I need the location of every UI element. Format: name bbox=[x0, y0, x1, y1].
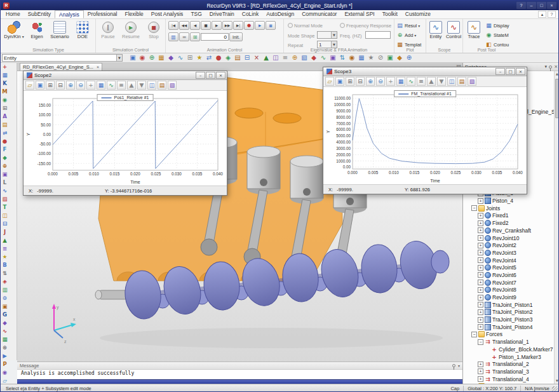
tree-expander[interactable]: + bbox=[478, 376, 483, 382]
left-tool-icon[interactable]: J bbox=[1, 228, 9, 236]
tree-expander[interactable]: + bbox=[478, 257, 483, 263]
scope-tool-icon[interactable]: ▱ bbox=[325, 77, 334, 86]
tree-item-translational-3[interactable]: +⇉Translational_3 bbox=[463, 368, 554, 375]
tree-expander[interactable]: − bbox=[478, 339, 483, 345]
tree-expander[interactable]: + bbox=[478, 198, 483, 204]
animation-tool-icon[interactable]: ≡ bbox=[179, 32, 189, 41]
resize-grip[interactable] bbox=[552, 386, 558, 392]
minimize-button[interactable]: – bbox=[196, 72, 205, 79]
toolbar-icon[interactable]: ∿ bbox=[177, 54, 184, 62]
help-icon[interactable]: ? bbox=[516, 2, 526, 9]
tree-scrollbar[interactable]: ▲ ▼ bbox=[554, 71, 559, 384]
tree-item-revjoint9[interactable]: +RevJoint9 bbox=[463, 294, 554, 301]
scope-titlebar[interactable]: Scope3–□× bbox=[323, 67, 527, 76]
tree-expander[interactable]: + bbox=[478, 368, 483, 374]
statemachine-button[interactable]: ◉StateM bbox=[485, 30, 509, 39]
tree-expander[interactable]: + bbox=[478, 302, 483, 308]
toolbar-icon[interactable]: ◉ bbox=[138, 54, 146, 62]
scope-tool-icon[interactable]: ∿ bbox=[107, 81, 116, 90]
tree-expander[interactable]: + bbox=[478, 213, 483, 219]
left-tool-icon[interactable]: A bbox=[1, 112, 9, 121]
scope-tool-icon[interactable]: ⊟ bbox=[56, 81, 65, 90]
toolbar-icon[interactable]: ▦ bbox=[158, 54, 165, 62]
toolbar-icon[interactable]: ◈ bbox=[224, 54, 232, 62]
titlebar[interactable]: R RecurDyn V9R3 - [RD_RFlexGen_4Cyl_Engi… bbox=[1, 1, 558, 10]
scope-tool-icon[interactable]: ▣ bbox=[335, 77, 344, 86]
scope-tool-icon[interactable]: ▦ bbox=[97, 81, 105, 90]
scope-tool-icon[interactable]: + bbox=[86, 81, 95, 90]
frequency-response-radio[interactable]: Frequency Response bbox=[340, 21, 391, 30]
tree-item-translational-1[interactable]: −⇉Translational_1 bbox=[463, 338, 554, 346]
menu-tab-tsg[interactable]: TSG bbox=[187, 10, 205, 18]
eigen-button[interactable]: Eigen bbox=[25, 20, 48, 47]
scope-tool-icon[interactable]: ▤ bbox=[158, 81, 166, 90]
left-tool-icon[interactable]: ▣ bbox=[1, 302, 9, 311]
tree-item-revjoint6[interactable]: +RevJoint6 bbox=[463, 271, 554, 279]
toolbar-icon[interactable]: ◉ bbox=[348, 54, 356, 62]
close-button[interactable]: × bbox=[216, 72, 226, 79]
normal-mode-radio[interactable]: Normal Mode bbox=[288, 21, 323, 30]
scenario-button[interactable]: Scenario bbox=[48, 20, 71, 47]
tree-item-revjoint8[interactable]: +RevJoint8 bbox=[463, 287, 554, 294]
scope-tool-icon[interactable]: ⊕ bbox=[66, 81, 75, 90]
scope-tool-icon[interactable]: ⊖ bbox=[76, 81, 85, 90]
left-tool-icon[interactable]: ◉ bbox=[1, 96, 9, 104]
left-tool-icon[interactable]: B bbox=[1, 261, 9, 269]
menu-tab-drivetrain[interactable]: DriveTrain bbox=[206, 10, 238, 18]
scope-tool-icon[interactable]: ▤ bbox=[457, 77, 466, 86]
tree-item-revjoint4[interactable]: +RevJoint4 bbox=[463, 257, 554, 264]
tree-expander[interactable]: + bbox=[478, 243, 483, 248]
tree-item-revjoint10[interactable]: +RevJoint10 bbox=[463, 234, 554, 242]
help-icon[interactable]: ? bbox=[548, 11, 556, 18]
minimize-ribbon-icon[interactable]: ▴ bbox=[538, 11, 546, 18]
left-tool-icon[interactable]: ∿ bbox=[1, 327, 9, 335]
scope-tool-icon[interactable]: ▦ bbox=[396, 77, 405, 86]
scrollbar-thumb[interactable] bbox=[555, 79, 559, 118]
maximize-button[interactable]: □ bbox=[506, 68, 515, 75]
tree-item-piston-1-marker3[interactable]: +Piston_1.Marker3 bbox=[463, 353, 554, 361]
left-tool-icon[interactable]: ● bbox=[1, 137, 9, 145]
tree-item-revjoint5[interactable]: +RevJoint5 bbox=[463, 264, 554, 271]
tree-expander[interactable]: − bbox=[471, 332, 477, 337]
left-tool-icon[interactable]: ▶ bbox=[1, 352, 9, 360]
left-tool-icon[interactable]: K bbox=[1, 79, 9, 88]
doe-button[interactable]: DOE bbox=[71, 20, 94, 47]
toolbar-icon[interactable]: ◫ bbox=[272, 54, 280, 62]
transport-button[interactable]: |◀ bbox=[168, 21, 178, 30]
frame-input[interactable] bbox=[201, 33, 229, 41]
chevron-down-icon[interactable]: ▾ bbox=[545, 64, 548, 69]
left-tool-icon[interactable]: ◫ bbox=[1, 212, 9, 220]
resume-button[interactable]: ▶ Resume bbox=[119, 20, 142, 47]
scope-tool-icon[interactable]: ≡ bbox=[417, 77, 426, 86]
menu-tab-flexible[interactable]: Flexible bbox=[121, 10, 147, 18]
menu-tab-post-analysis[interactable]: Post Analysis bbox=[147, 10, 187, 18]
toolbar-icon[interactable]: ● bbox=[215, 54, 222, 62]
left-tool-icon[interactable]: ▥ bbox=[1, 286, 9, 294]
tree-item-trajoint-piston4[interactable]: +TraJoint_Piston4 bbox=[463, 323, 554, 331]
toolbar-icon[interactable]: ⇅ bbox=[339, 54, 346, 62]
scope-tool-icon[interactable]: ⊕ bbox=[366, 77, 375, 86]
freq-hz-input[interactable] bbox=[365, 31, 391, 39]
animation-option-button[interactable]: ▶ bbox=[255, 21, 265, 30]
transport-button[interactable]: ◀◀ bbox=[179, 21, 189, 30]
toolbar-icon[interactable]: ⇄ bbox=[205, 54, 213, 62]
transport-button[interactable]: ■ bbox=[201, 21, 211, 30]
left-tool-icon[interactable]: G bbox=[1, 311, 9, 319]
left-tool-icon[interactable]: ⇄ bbox=[1, 129, 9, 137]
left-tool-icon[interactable]: ◆ bbox=[1, 319, 9, 327]
pin-icon[interactable] bbox=[452, 364, 455, 367]
toolbar-icon[interactable]: ⊕ bbox=[148, 54, 156, 62]
pause-button[interactable]: ‖ Pause bbox=[97, 20, 119, 47]
tree-expander[interactable]: + bbox=[478, 295, 483, 301]
tree-expander[interactable]: + bbox=[478, 280, 483, 285]
menu-tab-colink[interactable]: CoLink bbox=[238, 10, 262, 18]
plot-result-button[interactable]: ▤Resul▾ bbox=[396, 21, 420, 30]
tree-item-rev-crankshaft[interactable]: +Rev_Crankshaft bbox=[463, 227, 554, 234]
tree-expander[interactable]: + bbox=[478, 272, 483, 278]
scope-tool-icon[interactable]: ⊞ bbox=[346, 77, 354, 86]
entity-filter-combo[interactable]: Entity▼ bbox=[2, 54, 123, 62]
menu-tab-analysis[interactable]: Analysis bbox=[55, 10, 84, 18]
left-tool-icon[interactable]: ▧ bbox=[1, 195, 9, 203]
tree-item-revjoint7[interactable]: +RevJoint7 bbox=[463, 279, 554, 287]
toolbar-icon[interactable]: ▤ bbox=[234, 54, 241, 62]
